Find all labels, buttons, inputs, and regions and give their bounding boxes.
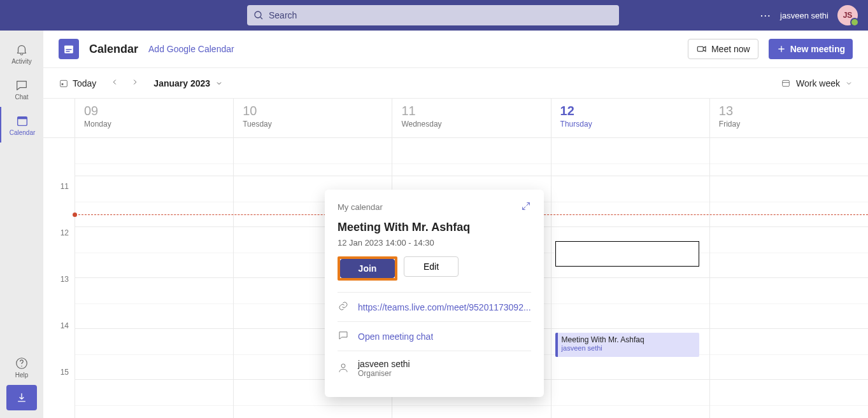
chevron-down-icon — [845, 80, 853, 87]
add-google-calendar-link[interactable]: Add Google Calendar — [148, 44, 234, 54]
new-meeting-button[interactable]: New meeting — [769, 39, 853, 59]
bell-icon — [15, 43, 29, 57]
search-icon — [253, 10, 264, 20]
today-icon — [59, 78, 69, 88]
download-button[interactable] — [6, 385, 37, 410]
list-icon — [781, 78, 791, 88]
chat-icon — [15, 78, 29, 92]
person-icon — [338, 362, 349, 375]
svg-rect-3 — [18, 116, 27, 119]
join-button-highlight: Join — [338, 256, 397, 281]
calendar-event[interactable]: Meeting With Mr. Ashfaq jasveen sethi — [555, 333, 699, 357]
expand-button[interactable] — [521, 201, 531, 213]
time-selection-box[interactable] — [555, 241, 699, 267]
popup-title: Meeting With Mr. Ashfaq — [338, 221, 531, 234]
plus-icon — [776, 44, 786, 54]
next-week-button[interactable] — [131, 78, 139, 89]
organiser-name: jasveen sethi — [358, 359, 410, 369]
svg-point-15 — [341, 364, 345, 368]
link-icon — [338, 300, 349, 314]
svg-line-1 — [260, 17, 262, 19]
avatar[interactable]: JS — [837, 5, 858, 25]
chevron-left-icon — [110, 78, 119, 87]
calendar-toolbar: Today January 2023 Work week — [43, 68, 868, 99]
svg-point-0 — [255, 11, 261, 18]
day-column-thu[interactable]: 12Thursday Meeting With Mr. Ashfaq jasve… — [551, 99, 710, 418]
more-icon[interactable]: ··· — [760, 11, 771, 20]
rail-chat[interactable]: Chat — [0, 71, 43, 107]
today-button[interactable]: Today — [59, 78, 96, 88]
day-column-fri[interactable]: 13Friday — [710, 99, 868, 418]
prev-week-button[interactable] — [110, 78, 119, 89]
svg-rect-9 — [66, 51, 70, 52]
view-picker[interactable]: Work week — [781, 78, 853, 88]
search-input[interactable]: Search — [247, 5, 619, 25]
svg-rect-10 — [697, 46, 703, 52]
calendar-app-icon — [59, 39, 79, 59]
left-rail: Activity Chat Calendar Help — [0, 31, 43, 418]
join-button[interactable]: Join — [340, 259, 395, 278]
rail-help[interactable]: Help — [0, 349, 43, 385]
rail-calendar[interactable]: Calendar — [0, 107, 43, 143]
popup-time: 12 Jan 2023 14:00 - 14:30 — [338, 238, 531, 247]
chevron-down-icon — [215, 80, 223, 87]
meet-now-button[interactable]: Meet now — [688, 39, 758, 59]
edit-button[interactable]: Edit — [404, 256, 459, 277]
organiser-role: Organiser — [358, 369, 410, 378]
video-icon — [696, 43, 708, 55]
calendar-icon — [15, 114, 29, 128]
titlebar: Search ··· jasveen sethi JS — [0, 0, 868, 31]
svg-rect-12 — [62, 83, 64, 85]
chat-icon — [338, 330, 349, 343]
rail-activity[interactable]: Activity — [0, 36, 43, 71]
day-column-mon[interactable]: 09Monday — [75, 99, 234, 418]
popup-calendar-name: My calendar — [338, 202, 383, 212]
svg-point-5 — [21, 365, 22, 366]
page-title: Calendar — [89, 43, 138, 56]
meeting-link[interactable]: https://teams.live.com/meet/95201173092.… — [358, 302, 531, 312]
svg-rect-13 — [783, 80, 790, 86]
download-icon — [15, 391, 28, 404]
svg-rect-7 — [64, 46, 73, 48]
svg-rect-8 — [66, 49, 72, 50]
open-chat-link[interactable]: Open meeting chat — [358, 331, 433, 342]
svg-rect-11 — [60, 80, 68, 87]
help-icon — [15, 356, 29, 370]
time-labels: 11 12 13 14 15 — [43, 138, 75, 418]
event-details-popup: My calendar Meeting With Mr. Ashfaq 12 J… — [325, 190, 544, 397]
page-header: Calendar Add Google Calendar Meet now Ne… — [43, 31, 868, 68]
expand-icon — [521, 201, 531, 211]
month-picker[interactable]: January 2023 — [153, 78, 223, 88]
chevron-right-icon — [131, 78, 139, 87]
username: jasveen sethi — [780, 11, 829, 20]
search-placeholder: Search — [269, 10, 297, 20]
